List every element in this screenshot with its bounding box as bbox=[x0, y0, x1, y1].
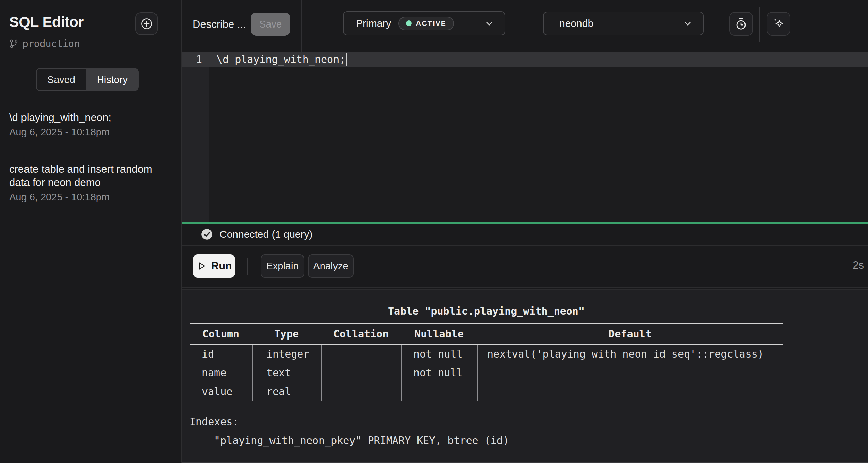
text-cursor bbox=[346, 53, 347, 66]
cell-column: name bbox=[190, 363, 252, 382]
ai-assist-button[interactable] bbox=[767, 12, 790, 36]
cell-collation bbox=[321, 382, 401, 401]
result-table-title: Table "public.playing_with_neon" bbox=[190, 305, 783, 319]
history-item-date: Aug 6, 2025 - 10:18pm bbox=[9, 127, 170, 138]
actions-divider bbox=[247, 258, 248, 275]
save-button[interactable]: Save bbox=[251, 13, 290, 36]
editor-gutter bbox=[182, 52, 209, 222]
query-duration: 2s bbox=[853, 259, 864, 271]
indexes-section: Indexes: "playing_with_neon_pkey" PRIMAR… bbox=[190, 412, 783, 450]
explain-button[interactable]: Explain bbox=[261, 254, 304, 278]
editor-toolbar: Describe ... Save Primary ACTIVE neondb bbox=[182, 0, 868, 52]
column-header: Default bbox=[477, 328, 783, 340]
column-header: Collation bbox=[321, 328, 401, 340]
cell-nullable bbox=[401, 382, 477, 401]
cell-type: integer bbox=[252, 345, 321, 363]
editor-active-line[interactable]: 1 \d playing_with_neon; bbox=[182, 52, 868, 67]
table-row: name text not null bbox=[190, 363, 783, 382]
branch-selector[interactable]: Primary ACTIVE bbox=[343, 11, 505, 35]
history-item[interactable]: \d playing_with_neon; Aug 6, 2025 - 10:1… bbox=[9, 111, 170, 138]
cell-type: real bbox=[252, 382, 321, 401]
column-header: Type bbox=[252, 328, 321, 340]
cell-nullable: not null bbox=[401, 363, 477, 382]
plus-circle-icon bbox=[140, 17, 153, 30]
table-header-row: Column Type Collation Nullable Default bbox=[190, 324, 783, 344]
connection-status-bar: Connected (1 query) bbox=[182, 224, 868, 246]
cell-column: value bbox=[190, 382, 252, 401]
new-query-button[interactable] bbox=[135, 12, 158, 35]
check-circle-icon bbox=[200, 228, 213, 241]
stopwatch-icon bbox=[735, 17, 748, 30]
toolbar-divider bbox=[301, 0, 302, 52]
tab-saved-label: Saved bbox=[47, 74, 75, 85]
cell-collation bbox=[321, 345, 401, 363]
chevron-down-icon bbox=[683, 18, 693, 29]
saved-history-tabs: Saved History bbox=[36, 68, 139, 91]
history-item-date: Aug 6, 2025 - 10:18pm bbox=[9, 192, 170, 203]
active-badge-label: ACTIVE bbox=[416, 19, 446, 28]
run-button-label: Run bbox=[211, 260, 232, 272]
cell-default bbox=[477, 382, 783, 401]
branch-indicator: production bbox=[9, 38, 80, 49]
status-badge: ACTIVE bbox=[398, 17, 454, 30]
database-selector[interactable]: neondb bbox=[543, 12, 704, 35]
cell-column: id bbox=[190, 345, 252, 363]
active-dot-icon bbox=[406, 20, 412, 26]
table-row: id integer not null nextval('playing_wit… bbox=[190, 345, 783, 363]
history-item-title: create table and insert random data for … bbox=[9, 163, 170, 189]
run-button[interactable]: Run bbox=[193, 254, 235, 278]
sparkles-icon bbox=[772, 17, 785, 30]
page-title: SQL Editor bbox=[9, 14, 84, 30]
sql-editor-app: SQL Editor production Saved Histor bbox=[0, 0, 868, 463]
table-body: id integer not null nextval('playing_wit… bbox=[190, 345, 783, 401]
chevron-down-icon bbox=[484, 18, 494, 29]
tab-saved[interactable]: Saved bbox=[36, 68, 86, 91]
cell-collation bbox=[321, 363, 401, 382]
toolbar-divider bbox=[759, 7, 760, 42]
cell-default: nextval('playing_with_neon_id_seq'::regc… bbox=[477, 345, 783, 363]
code-line: \d playing_with_neon; bbox=[209, 53, 345, 65]
cell-type: text bbox=[252, 363, 321, 382]
git-branch-icon bbox=[9, 39, 18, 48]
sidebar: SQL Editor production Saved Histor bbox=[0, 0, 182, 463]
branch-selector-value: Primary bbox=[356, 18, 391, 29]
query-history-timer-button[interactable] bbox=[729, 12, 753, 36]
cell-default bbox=[477, 363, 783, 382]
indexes-label: Indexes: bbox=[190, 412, 783, 431]
analyze-button[interactable]: Analyze bbox=[308, 254, 354, 278]
column-header: Nullable bbox=[401, 328, 477, 340]
play-icon bbox=[196, 261, 207, 271]
history-item-title: \d playing_with_neon; bbox=[9, 111, 170, 124]
cell-nullable: not null bbox=[401, 345, 477, 363]
main-panel: Describe ... Save Primary ACTIVE neondb bbox=[182, 0, 868, 463]
psql-output: Table "public.playing_with_neon" Column … bbox=[190, 305, 783, 450]
query-name[interactable]: Describe ... bbox=[193, 18, 246, 31]
branch-name: production bbox=[22, 38, 80, 49]
history-item[interactable]: create table and insert random data for … bbox=[9, 163, 170, 203]
database-selector-value: neondb bbox=[559, 18, 593, 29]
results-panel: Table "public.playing_with_neon" Column … bbox=[182, 289, 868, 463]
query-actions-bar: Run Explain Analyze 2s bbox=[182, 246, 868, 288]
index-entry: "playing_with_neon_pkey" PRIMARY KEY, bt… bbox=[190, 431, 783, 450]
code-editor[interactable]: 1 \d playing_with_neon; bbox=[182, 52, 868, 222]
connection-status-text: Connected (1 query) bbox=[219, 229, 313, 240]
table-row: value real bbox=[190, 382, 783, 401]
line-number: 1 bbox=[182, 53, 209, 65]
tab-history-label: History bbox=[97, 74, 128, 85]
tab-history[interactable]: History bbox=[86, 68, 139, 91]
column-header: Column bbox=[190, 328, 252, 340]
